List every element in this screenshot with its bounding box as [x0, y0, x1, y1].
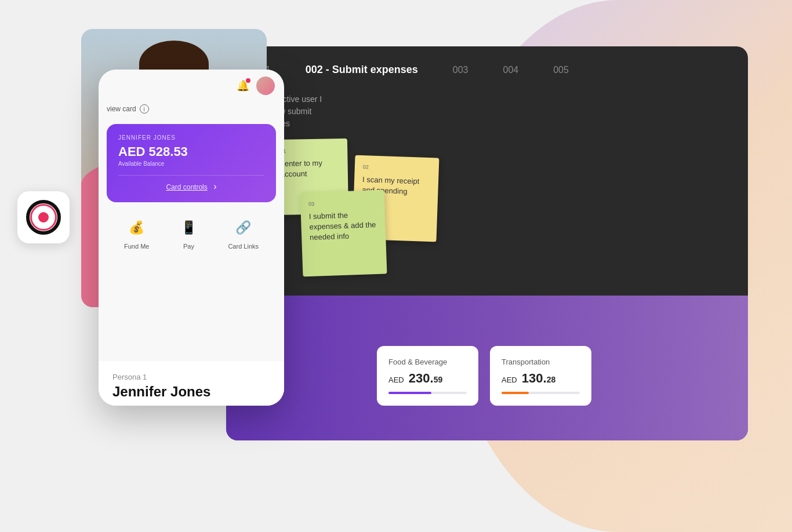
- card-controls: Card controls ›: [118, 175, 264, 192]
- phone-top-bar: 🔔: [99, 70, 284, 102]
- expense-card-transport-amount: AED 130.28: [502, 371, 580, 386]
- logo-ring: [26, 200, 61, 235]
- progress-bar-transport: [502, 392, 580, 394]
- pay-icon: 📱: [177, 216, 200, 239]
- expense-card-transport[interactable]: Transportation AED 130.28: [490, 346, 591, 406]
- story-map-panel: 001 002 - Submit expenses 003 004 005 As…: [226, 46, 748, 440]
- card-links-icon: 🔗: [232, 216, 255, 239]
- sticky-note-3: 03 I submit the expenses & add the neede…: [300, 190, 387, 277]
- note-num-3: 03: [308, 198, 376, 208]
- info-icon[interactable]: i: [140, 104, 149, 114]
- payment-card: JENNIFER JONES AED 528.53 Available Bala…: [107, 124, 276, 202]
- chevron-right-icon: ›: [213, 181, 216, 191]
- action-fund-me[interactable]: 💰 Fund Me: [124, 216, 149, 250]
- expense-decimal-1: 59: [434, 375, 443, 384]
- expense-cards: Food & Beverage AED 230.59 Transportatio…: [377, 346, 591, 406]
- card-links-label: Card Links: [228, 243, 259, 250]
- note-num-1: 01: [280, 147, 339, 155]
- view-card-row: view card i: [99, 102, 284, 118]
- notification-area: 🔔: [237, 79, 249, 92]
- payment-amount: AED 528.53: [118, 144, 188, 159]
- payment-balance-label: Available Balance: [118, 161, 188, 167]
- tab-003[interactable]: 003: [453, 65, 468, 75]
- fund-me-icon: 💰: [125, 216, 148, 239]
- expense-card-transport-title: Transportation: [502, 358, 580, 366]
- bottom-actions: 💰 Fund Me 📱 Pay 🔗 Card Links: [99, 208, 284, 258]
- logo-center: [38, 212, 49, 223]
- payment-balance-left: AED 528.53 Available Balance: [118, 144, 188, 167]
- phone-mockup: 🔔 view card i JENNIFER JONES AED 528.53 …: [99, 70, 284, 406]
- persona-name: Jennifer Jones: [112, 384, 270, 400]
- persona-label: Persona 1: [112, 373, 270, 381]
- expense-currency-2: AED: [502, 376, 517, 384]
- expense-decimal-2: 28: [547, 375, 556, 384]
- tab-005[interactable]: 005: [553, 65, 569, 75]
- note-num-2: 02: [363, 163, 431, 173]
- progress-fill-transport: [502, 392, 529, 394]
- note-text-1: I enter to my account: [280, 158, 322, 178]
- action-pay[interactable]: 📱 Pay: [177, 216, 200, 250]
- expense-card-food-title: Food & Beverage: [388, 358, 467, 366]
- tab-004[interactable]: 004: [503, 65, 519, 75]
- expense-amount-1: 230: [409, 371, 430, 385]
- expense-card-food-amount: AED 230.59: [388, 371, 467, 386]
- sticky-notes-area: 01 I enter to my account 02 I scan my re…: [255, 139, 603, 359]
- payment-card-holder: JENNIFER JONES: [118, 134, 264, 141]
- note-text-3: I submit the expenses & add the needed i…: [309, 210, 376, 242]
- persona-card: Persona 1 Jennifer Jones: [99, 361, 284, 406]
- avatar[interactable]: [256, 76, 275, 95]
- view-card-label[interactable]: view card: [107, 105, 136, 113]
- expense-currency-1: AED: [388, 376, 404, 384]
- expense-card-food[interactable]: Food & Beverage AED 230.59: [377, 346, 478, 406]
- app-logo: [17, 191, 70, 243]
- notification-dot: [246, 78, 250, 83]
- progress-bar-food: [388, 392, 467, 394]
- fund-me-label: Fund Me: [124, 243, 149, 250]
- payment-balance-row: AED 528.53 Available Balance: [118, 144, 264, 167]
- expense-amount-2: 130: [522, 371, 543, 385]
- action-card-links[interactable]: 🔗 Card Links: [228, 216, 259, 250]
- tab-002[interactable]: 002 - Submit expenses: [306, 64, 418, 76]
- pay-label: Pay: [183, 243, 194, 250]
- card-controls-link[interactable]: Card controls: [166, 183, 207, 191]
- progress-fill-food: [388, 392, 431, 394]
- tab-bar: 001 002 - Submit expenses 003 004 005: [226, 46, 748, 88]
